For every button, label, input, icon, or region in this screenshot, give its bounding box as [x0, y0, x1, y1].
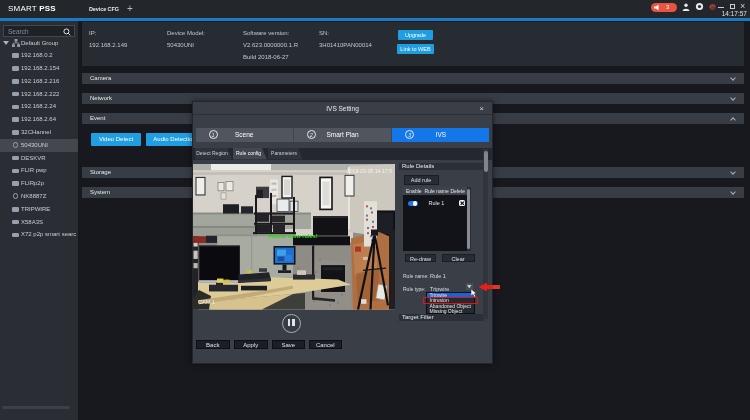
svg-text:2018-03-28 14:17:5: 2018-03-28 14:17:5: [347, 168, 392, 174]
svg-text:CAM 1: CAM 1: [198, 299, 215, 305]
svg-text:Please draw rules!: Please draw rules!: [268, 233, 317, 239]
